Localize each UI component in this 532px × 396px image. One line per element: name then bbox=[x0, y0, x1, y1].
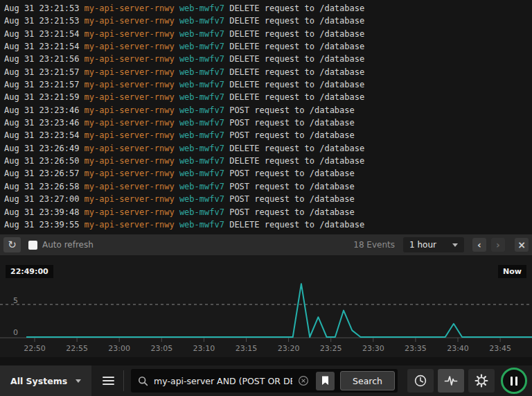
auto-refresh-label: Auto refresh bbox=[42, 240, 94, 250]
close-button[interactable]: × bbox=[515, 238, 529, 252]
svg-text:22:50: 22:50 bbox=[24, 344, 46, 353]
log-message: DELETE request to /database bbox=[229, 3, 364, 13]
log-program: web-mwfv7 bbox=[179, 54, 224, 64]
log-row[interactable]: Aug 31 23:21:54 my-api-server-rnwy web-m… bbox=[4, 28, 532, 40]
pause-live-tail-button[interactable] bbox=[501, 368, 527, 394]
log-row[interactable]: Aug 31 23:39:55 my-api-server-rnwy web-m… bbox=[4, 218, 532, 231]
log-program: web-mwfv7 bbox=[179, 16, 224, 26]
prev-page-button[interactable]: ‹ bbox=[472, 238, 486, 252]
search-icon bbox=[138, 376, 148, 386]
log-system: my-api-server-rnwy bbox=[85, 207, 175, 217]
log-timestamp: Aug 31 23:26:58 bbox=[4, 182, 79, 191]
log-system: my-api-server-rnwy bbox=[85, 42, 175, 51]
log-message: POST request to /database bbox=[229, 207, 355, 217]
log-row[interactable]: Aug 31 23:23:54 my-api-server-rnwy web-m… bbox=[4, 129, 532, 141]
log-timestamp: Aug 31 23:21:53 bbox=[4, 3, 79, 13]
log-timestamp: Aug 31 23:27:00 bbox=[4, 194, 79, 204]
log-row[interactable]: Aug 31 23:21:54 my-api-server-rnwy web-m… bbox=[4, 40, 532, 53]
log-program: web-mwfv7 bbox=[179, 80, 224, 89]
time-jump-button[interactable] bbox=[407, 369, 434, 393]
log-row[interactable]: Aug 31 23:21:56 my-api-server-rnwy web-m… bbox=[4, 53, 532, 65]
log-program: web-mwfv7 bbox=[179, 130, 224, 140]
log-message: POST request to /database bbox=[229, 105, 355, 115]
log-system: my-api-server-rnwy bbox=[85, 54, 175, 64]
clear-circle-x-icon bbox=[298, 375, 309, 386]
log-program: web-mwfv7 bbox=[179, 144, 224, 153]
log-row[interactable]: Aug 31 23:21:57 my-api-server-rnwy web-m… bbox=[4, 66, 532, 78]
log-timestamp: Aug 31 23:21:53 bbox=[4, 16, 79, 26]
log-message: DELETE request to /database bbox=[229, 92, 364, 102]
log-system: my-api-server-rnwy bbox=[85, 80, 175, 89]
log-program: web-mwfv7 bbox=[179, 3, 224, 13]
log-row[interactable]: Aug 31 23:39:48 my-api-server-rnwy web-m… bbox=[4, 206, 532, 218]
log-program: web-mwfv7 bbox=[179, 42, 224, 51]
clear-search-button[interactable] bbox=[298, 375, 309, 386]
log-row[interactable]: Aug 31 23:27:00 my-api-server-rnwy web-m… bbox=[4, 193, 532, 205]
log-program: web-mwfv7 bbox=[179, 105, 224, 115]
log-timestamp: Aug 31 23:26:49 bbox=[4, 144, 79, 153]
svg-text:23:25: 23:25 bbox=[320, 344, 342, 353]
log-program: web-mwfv7 bbox=[179, 67, 224, 77]
log-timestamp: Aug 31 23:39:55 bbox=[4, 220, 79, 230]
log-program: web-mwfv7 bbox=[179, 92, 224, 102]
log-row[interactable]: Aug 31 23:21:53 my-api-server-rnwy web-m… bbox=[4, 15, 532, 27]
log-system: my-api-server-rnwy bbox=[85, 67, 175, 77]
log-timestamp: Aug 31 23:23:46 bbox=[4, 105, 79, 115]
time-range-value: 1 hour bbox=[409, 240, 436, 250]
log-timestamp: Aug 31 23:26:50 bbox=[4, 156, 79, 166]
next-page-button[interactable]: › bbox=[491, 238, 505, 252]
log-row[interactable]: Aug 31 23:26:58 my-api-server-rnwy web-m… bbox=[4, 180, 532, 193]
log-row[interactable]: Aug 31 23:23:46 my-api-server-rnwy web-m… bbox=[4, 117, 532, 129]
chevron-down-icon bbox=[76, 379, 81, 383]
log-message: POST request to /database bbox=[229, 194, 355, 204]
now-button[interactable]: Now bbox=[498, 265, 526, 278]
log-system: my-api-server-rnwy bbox=[85, 194, 175, 204]
log-message: DELETE request to /database bbox=[229, 54, 364, 64]
log-message: POST request to /database bbox=[229, 130, 355, 140]
activity-pulse-icon bbox=[444, 375, 458, 386]
log-row[interactable]: Aug 31 23:26:50 my-api-server-rnwy web-m… bbox=[4, 155, 532, 167]
log-row[interactable]: Aug 31 23:21:59 my-api-server-rnwy web-m… bbox=[4, 91, 532, 103]
chart-start-time-badge: 22:49:00 bbox=[6, 265, 53, 278]
log-viewer-app: Aug 31 23:21:53 my-api-server-rnwy web-m… bbox=[0, 0, 532, 396]
time-range-dropdown[interactable]: 1 hour bbox=[403, 237, 464, 252]
event-graph-button[interactable] bbox=[438, 369, 464, 393]
log-system: my-api-server-rnwy bbox=[85, 29, 175, 39]
chevron-right-icon: › bbox=[496, 239, 500, 250]
search-bar[interactable]: Search bbox=[131, 369, 398, 393]
menu-button[interactable] bbox=[96, 369, 120, 393]
events-chart[interactable]: 22:5022:5523:0023:0523:1023:1523:2023:25… bbox=[0, 255, 532, 357]
systems-dropdown[interactable]: All Systems bbox=[0, 365, 91, 396]
settings-button[interactable] bbox=[468, 369, 495, 393]
auto-refresh-checkbox[interactable] bbox=[28, 241, 37, 250]
hamburger-icon bbox=[103, 377, 114, 378]
log-program: web-mwfv7 bbox=[179, 194, 224, 204]
log-row[interactable]: Aug 31 23:26:49 my-api-server-rnwy web-m… bbox=[4, 142, 532, 155]
log-timestamp: Aug 31 23:26:57 bbox=[4, 169, 79, 178]
svg-text:23:40: 23:40 bbox=[447, 344, 469, 353]
search-button[interactable]: Search bbox=[340, 371, 395, 390]
log-system: my-api-server-rnwy bbox=[85, 105, 175, 115]
log-system: my-api-server-rnwy bbox=[85, 156, 175, 166]
log-message: DELETE request to /database bbox=[229, 156, 364, 166]
svg-text:23:35: 23:35 bbox=[405, 344, 427, 353]
log-timestamp: Aug 31 23:39:48 bbox=[4, 207, 79, 217]
svg-text:23:10: 23:10 bbox=[193, 344, 215, 353]
log-system: my-api-server-rnwy bbox=[85, 169, 175, 178]
log-row[interactable]: Aug 31 23:23:46 my-api-server-rnwy web-m… bbox=[4, 104, 532, 117]
log-timestamp: Aug 31 23:21:54 bbox=[4, 29, 79, 39]
log-row[interactable]: Aug 31 23:26:57 my-api-server-rnwy web-m… bbox=[4, 167, 532, 180]
log-timestamp: Aug 31 23:23:54 bbox=[4, 130, 79, 140]
save-search-button[interactable] bbox=[316, 372, 335, 390]
log-program: web-mwfv7 bbox=[179, 220, 224, 230]
log-system: my-api-server-rnwy bbox=[85, 220, 175, 230]
log-row[interactable]: Aug 31 23:21:53 my-api-server-rnwy web-m… bbox=[4, 2, 532, 15]
log-message: DELETE request to /database bbox=[229, 144, 364, 153]
refresh-button[interactable]: ↻ bbox=[3, 237, 21, 252]
svg-text:23:20: 23:20 bbox=[278, 344, 300, 353]
log-program: web-mwfv7 bbox=[179, 156, 224, 166]
close-icon: × bbox=[517, 239, 526, 250]
search-input[interactable] bbox=[154, 376, 292, 386]
log-row[interactable]: Aug 31 23:21:57 my-api-server-rnwy web-m… bbox=[4, 78, 532, 91]
log-timestamp: Aug 31 23:21:54 bbox=[4, 42, 79, 51]
